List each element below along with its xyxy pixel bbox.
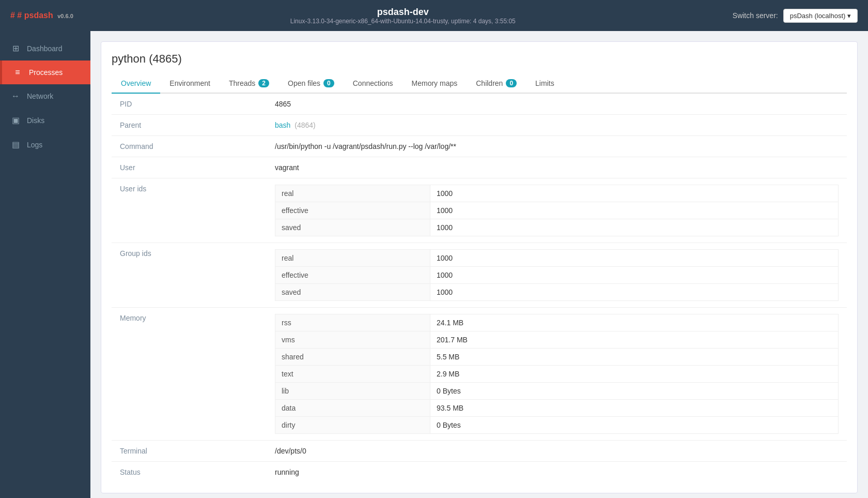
tab-threads[interactable]: Threads2	[220, 74, 278, 94]
server-info: psdash-dev Linux-3.13.0-34-generic-x86_6…	[290, 7, 516, 25]
app-name-text: # psdash	[17, 11, 53, 20]
processes-icon: ≡	[12, 68, 23, 77]
sidebar-item-disks[interactable]: ▣Disks	[0, 108, 90, 132]
user-ids-table: real1000effective1000saved1000	[275, 185, 839, 236]
sidebar-item-dashboard[interactable]: ⊞Dashboard	[0, 36, 90, 61]
sidebar-item-processes[interactable]: ≡Processes	[0, 61, 90, 84]
terminal-value: /dev/pts/0	[267, 441, 847, 462]
table-row: lib0 Bytes	[275, 383, 839, 400]
tab-overview[interactable]: Overview	[112, 74, 160, 94]
table-row: text2.9 MB	[275, 366, 839, 383]
parent-value: bash (4864)	[267, 115, 847, 136]
row-type: real	[275, 185, 430, 202]
sidebar-item-network[interactable]: ↔Network	[0, 84, 90, 108]
tab-label: Memory maps	[412, 79, 458, 87]
disks-icon: ▣	[10, 115, 21, 125]
tab-label: Overview	[121, 79, 151, 87]
tab-label: Limits	[535, 79, 554, 87]
status-row: Status running	[112, 462, 847, 483]
tab-label: Environment	[169, 79, 210, 87]
user-ids-value: real1000effective1000saved1000	[267, 178, 847, 243]
parent-row: Parent bash (4864)	[112, 115, 847, 136]
tabs-bar: OverviewEnvironmentThreads2Open files0Co…	[112, 74, 847, 94]
user-ids-label: User ids	[112, 178, 267, 243]
row-value: 1000	[430, 267, 839, 284]
table-row: data93.5 MB	[275, 400, 839, 417]
tab-label: Threads	[229, 79, 255, 87]
row-value: 0 Bytes	[430, 417, 839, 434]
sidebar: ⊞Dashboard≡Processes↔Network▣Disks▤Logs	[0, 31, 90, 498]
content-area: python (4865) OverviewEnvironmentThreads…	[90, 31, 868, 498]
row-type: lib	[275, 383, 430, 400]
row-type: real	[275, 250, 430, 267]
row-type: saved	[275, 284, 430, 301]
user-value: vagrant	[267, 157, 847, 178]
parent-pid: (4864)	[295, 121, 315, 129]
tab-connections[interactable]: Connections	[344, 74, 402, 94]
switch-server-section: Switch server: psDash (localhost) ▾	[733, 9, 858, 23]
row-value: 24.1 MB	[430, 314, 839, 331]
row-type: vms	[275, 331, 430, 349]
row-value: 2.9 MB	[430, 366, 839, 383]
row-value: 5.5 MB	[430, 349, 839, 366]
command-value: /usr/bin/python -u /vagrant/psdash/run.p…	[267, 136, 847, 157]
app-title: # # psdash v0.6.0	[10, 11, 73, 20]
sidebar-item-label: Network	[27, 92, 53, 100]
row-value: 201.7 MB	[430, 331, 839, 349]
group-ids-table: real1000effective1000saved1000	[275, 249, 839, 301]
row-type: text	[275, 366, 430, 383]
user-row: User vagrant	[112, 157, 847, 178]
table-row: shared5.5 MB	[275, 349, 839, 366]
tab-memory_maps[interactable]: Memory maps	[402, 74, 467, 94]
command-label: Command	[112, 136, 267, 157]
terminal-row: Terminal /dev/pts/0	[112, 441, 847, 462]
overview-table: PID 4865 Parent bash (4864) Command /usr…	[112, 94, 847, 482]
sidebar-item-logs[interactable]: ▤Logs	[0, 132, 90, 157]
row-type: data	[275, 400, 430, 417]
table-row: saved1000	[275, 219, 839, 236]
table-row: effective1000	[275, 202, 839, 219]
sidebar-item-label: Disks	[27, 116, 44, 125]
row-type: dirty	[275, 417, 430, 434]
page-title: python (4865)	[112, 52, 847, 66]
table-row: real1000	[275, 250, 839, 267]
tab-limits[interactable]: Limits	[526, 74, 564, 94]
tab-badge: 0	[506, 79, 517, 87]
user-ids-row: User ids real1000effective1000saved1000	[112, 178, 847, 243]
row-value: 1000	[430, 219, 839, 236]
row-value: 1000	[430, 250, 839, 267]
table-row: effective1000	[275, 267, 839, 284]
row-type: rss	[275, 314, 430, 331]
tab-badge: 2	[258, 79, 269, 87]
table-row: real1000	[275, 185, 839, 202]
server-dropdown[interactable]: psDash (localhost) ▾	[783, 9, 858, 23]
group-ids-row: Group ids real1000effective1000saved1000	[112, 243, 847, 308]
tab-label: Open files	[288, 79, 320, 87]
top-header: # # psdash v0.6.0 psdash-dev Linux-3.13.…	[0, 0, 868, 31]
parent-label: Parent	[112, 115, 267, 136]
group-ids-label: Group ids	[112, 243, 267, 308]
row-type: shared	[275, 349, 430, 366]
logs-icon: ▤	[10, 140, 21, 149]
table-row: saved1000	[275, 284, 839, 301]
memory-label: Memory	[112, 308, 267, 441]
row-value: 1000	[430, 202, 839, 219]
memory-row: Memory rss24.1 MBvms201.7 MBshared5.5 MB…	[112, 308, 847, 441]
row-value: 1000	[430, 284, 839, 301]
parent-link[interactable]: bash	[275, 121, 290, 129]
pid-value: 4865	[267, 94, 847, 115]
user-label: User	[112, 157, 267, 178]
tab-children[interactable]: Children0	[467, 74, 526, 94]
status-value: running	[267, 462, 847, 483]
server-meta: Linux-3.13.0-34-generic-x86_64-with-Ubun…	[290, 18, 516, 25]
app-hash: #	[10, 11, 15, 20]
row-value: 1000	[430, 185, 839, 202]
dashboard-icon: ⊞	[10, 43, 21, 53]
pid-label: PID	[112, 94, 267, 115]
page-card: python (4865) OverviewEnvironmentThreads…	[101, 41, 858, 493]
table-row: vms201.7 MB	[275, 331, 839, 349]
tab-open_files[interactable]: Open files0	[278, 74, 344, 94]
switch-server-label: Switch server:	[733, 11, 778, 20]
status-label: Status	[112, 462, 267, 483]
tab-environment[interactable]: Environment	[160, 74, 220, 94]
